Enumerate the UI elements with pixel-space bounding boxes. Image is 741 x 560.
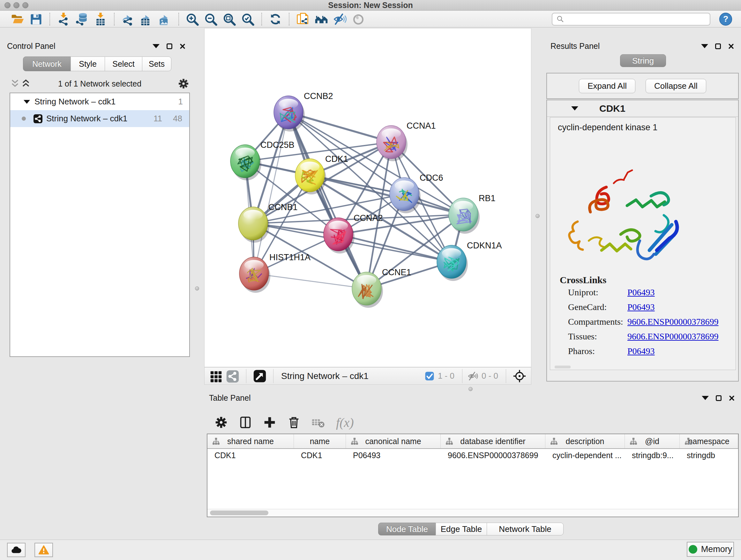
export-image-button[interactable] — [156, 11, 174, 27]
tab-node-table[interactable]: Node Table — [378, 523, 436, 536]
crosslink-link[interactable]: 9606.ENSP00000378699 — [627, 317, 718, 327]
network-collection-row[interactable]: String Network – cdk1 1 — [10, 93, 189, 110]
table-cell[interactable]: stringdb — [680, 449, 738, 462]
tab-network[interactable]: Network — [23, 57, 71, 71]
table-row[interactable]: CDK1CDK1P064939606.ENSP00000378699cyclin… — [207, 449, 738, 462]
export-network-button[interactable] — [119, 11, 137, 27]
column-header-canonical-name[interactable]: canonical name — [346, 434, 441, 448]
refresh-button[interactable] — [266, 11, 285, 27]
tab-select[interactable]: Select — [105, 57, 142, 71]
node-CDC25B[interactable] — [230, 145, 261, 180]
create-column-button[interactable] — [258, 415, 282, 430]
search-input[interactable] — [565, 14, 706, 24]
table-cell[interactable]: cyclin-dependent ... — [545, 449, 625, 462]
first-neighbors-button[interactable] — [312, 11, 331, 27]
table-panel-maximize-icon[interactable] — [716, 395, 722, 401]
zoom-out-button[interactable] — [202, 11, 220, 27]
column-header-namespace[interactable]: namespace — [680, 434, 738, 448]
hide-selected-button[interactable] — [331, 11, 349, 27]
control-panel-title: Control Panel — [7, 42, 55, 51]
tab-network-table[interactable]: Network Table — [487, 523, 563, 536]
node-CCNE1[interactable] — [352, 272, 383, 308]
collection-expand-icon[interactable] — [23, 100, 30, 104]
node-CDKN1A[interactable] — [437, 245, 468, 281]
grid-view-button[interactable] — [209, 369, 223, 383]
node-CCNA2[interactable] — [324, 218, 354, 253]
results-hscroll[interactable] — [555, 366, 570, 368]
zoom-selected-button[interactable] — [239, 11, 257, 27]
fit-content-button[interactable] — [512, 369, 527, 383]
horizontal-splitter-handle[interactable] — [468, 387, 473, 391]
crosslink-link[interactable]: 9606.ENSP00000378699 — [627, 331, 718, 341]
node-label-CCNB1: CCNB1 — [268, 202, 298, 212]
tab-edge-table[interactable]: Edge Table — [435, 523, 487, 536]
column-header--id[interactable]: @id — [625, 434, 680, 448]
results-panel-maximize-icon[interactable] — [715, 44, 721, 49]
show-all-button[interactable] — [349, 11, 367, 27]
node-label-CCNB2: CCNB2 — [304, 91, 333, 101]
column-header-name[interactable]: name — [294, 434, 346, 448]
tab-string[interactable]: String — [620, 54, 666, 67]
import-database-button[interactable] — [73, 11, 91, 27]
table-cell[interactable]: P06493 — [346, 449, 441, 462]
birds-eye-view-button[interactable] — [253, 369, 267, 383]
open-session-button[interactable] — [8, 11, 27, 27]
node-CCNB2[interactable] — [274, 96, 305, 132]
node-CDK1[interactable] — [295, 159, 326, 194]
table-cell[interactable]: CDK1 — [207, 449, 294, 462]
node-HIST1H1A[interactable] — [239, 257, 270, 293]
memory-button[interactable]: Memory — [687, 542, 734, 557]
right-splitter-handle[interactable] — [536, 214, 540, 218]
table-panel-close-icon[interactable] — [729, 395, 735, 401]
expand-all-button[interactable]: Expand All — [579, 79, 635, 93]
column-header-description[interactable]: description — [545, 434, 625, 448]
edge-HIST1H1A-CCNE1[interactable] — [254, 273, 367, 289]
search-box[interactable] — [552, 13, 711, 25]
warnings-button[interactable] — [35, 543, 53, 557]
network-options-button[interactable] — [177, 77, 190, 90]
export-table-button[interactable] — [137, 11, 156, 27]
control-panel-float-icon[interactable] — [152, 44, 159, 48]
crosslink-link[interactable]: P06493 — [627, 302, 655, 312]
new-network-from-selection-button[interactable] — [293, 11, 312, 27]
results-panel-float-icon[interactable] — [701, 44, 708, 48]
table-cell[interactable]: 9606.ENSP00000378699 — [441, 449, 545, 462]
zoom-fit-button[interactable] — [220, 11, 239, 27]
table-panel-float-icon[interactable] — [702, 396, 709, 400]
tab-style[interactable]: Style — [71, 57, 105, 71]
node-CCNA1[interactable] — [377, 125, 408, 161]
edge-CCNB2-CCNE1[interactable] — [288, 112, 367, 289]
network-view-button[interactable] — [225, 369, 240, 383]
crosslink-link[interactable]: P06493 — [627, 346, 655, 356]
tab-sets[interactable]: Sets — [142, 57, 172, 71]
column-header-database-identifier[interactable]: database identifier — [441, 434, 545, 448]
network-row[interactable]: String Network – cdk1 11 48 — [10, 110, 189, 127]
table-cell[interactable]: CDK1 — [294, 449, 346, 462]
control-panel-tabs: NetworkStyleSelectSets — [23, 57, 172, 71]
zoom-in-button[interactable] — [183, 11, 202, 27]
results-panel-close-icon[interactable] — [728, 43, 734, 50]
node-CDC6[interactable] — [390, 178, 421, 213]
attribute-icon — [212, 437, 220, 445]
show-columns-button[interactable] — [233, 415, 258, 430]
entry-header[interactable]: CDK1 — [547, 100, 738, 117]
node-RB1[interactable] — [449, 198, 480, 234]
control-panel-maximize-icon[interactable] — [166, 44, 172, 49]
save-session-button[interactable] — [27, 11, 45, 27]
import-network-button[interactable] — [54, 11, 73, 27]
left-splitter-handle[interactable] — [195, 287, 199, 291]
table-cell[interactable]: stringdb:9... — [625, 449, 680, 462]
network-canvas[interactable]: CCNB2CCNA1CDC25BCDK1CDC6RB1CCNB1CCNA2CDK… — [204, 28, 531, 367]
column-header-shared-name[interactable]: shared name — [207, 434, 294, 448]
table-hscrollbar[interactable] — [207, 509, 738, 516]
import-table-button[interactable] — [91, 11, 110, 27]
entry-collapse-icon[interactable] — [571, 106, 578, 111]
help-button[interactable]: ? — [719, 12, 733, 26]
collapse-all-button[interactable]: Collapse All — [646, 79, 706, 93]
edge-CCNB2-HIST1H1A[interactable] — [254, 112, 288, 273]
delete-column-button[interactable] — [282, 415, 306, 430]
crosslink-link[interactable]: P06493 — [627, 287, 655, 298]
cloud-status-button[interactable] — [7, 543, 25, 557]
table-settings-button[interactable] — [209, 415, 233, 430]
control-panel-close-icon[interactable] — [179, 43, 186, 50]
